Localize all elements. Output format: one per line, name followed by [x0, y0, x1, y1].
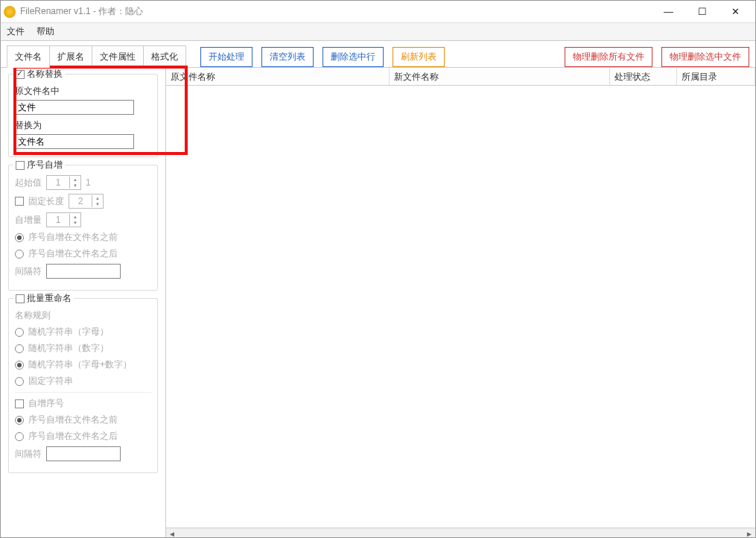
main-panel: 原文件名称 新文件名称 处理状态 所属目录 ◄ ► [166, 68, 755, 538]
radio-batch-before[interactable] [15, 416, 24, 425]
group-batch: 批量重命名 名称规则 随机字符串（字母） 随机字符串（数字） 随机字符串（字母+… [8, 298, 158, 473]
menu-help[interactable]: 帮助 [36, 25, 54, 38]
col-folder[interactable]: 所属目录 [677, 68, 755, 85]
radio-rand-alpha[interactable] [15, 328, 24, 337]
minimize-button[interactable]: — [652, 1, 685, 22]
radio-fixed-str[interactable] [15, 377, 24, 386]
label-from: 原文件名中 [15, 85, 151, 98]
label-start: 起始值 [15, 177, 42, 189]
group-replace: 名称替换 原文件名中 替换为 [8, 74, 158, 157]
radio-rand-num[interactable] [15, 344, 24, 353]
delete-all-files-button[interactable]: 物理删除所有文件 [565, 47, 652, 67]
scroll-right-icon[interactable]: ► [743, 530, 755, 538]
legend-sequence: 序号自增 [27, 159, 63, 171]
app-icon [4, 6, 16, 18]
tab-filename[interactable]: 文件名 [7, 45, 50, 68]
delete-selected-files-button[interactable]: 物理删除选中文件 [661, 47, 749, 67]
start-suffix: 1 [86, 177, 91, 188]
label-rule: 名称规则 [15, 309, 151, 322]
scroll-left-icon[interactable]: ◄ [166, 530, 178, 538]
menu-file[interactable]: 文件 [7, 25, 25, 38]
group-sequence: 序号自增 起始值 1▲▼ 1 固定长度 2▲▼ 自增量 1▲▼ 序号自增在文件名… [8, 165, 158, 291]
label-to: 替换为 [15, 119, 151, 132]
col-new[interactable]: 新文件名称 [390, 68, 610, 85]
radio-seq-after[interactable] [15, 250, 24, 259]
spinner-step[interactable]: 1▲▼ [46, 212, 81, 227]
start-button[interactable]: 开始处理 [200, 47, 252, 67]
clear-button[interactable]: 清空列表 [261, 47, 314, 67]
tab-attr[interactable]: 文件属性 [92, 45, 144, 68]
input-seq-sep[interactable] [46, 264, 121, 279]
spinner-start[interactable]: 1▲▼ [46, 175, 81, 190]
col-original[interactable]: 原文件名称 [166, 68, 390, 85]
checkbox-sequence[interactable] [16, 161, 25, 170]
col-status[interactable]: 处理状态 [610, 68, 677, 85]
checkbox-autoseq[interactable] [15, 399, 24, 408]
content: 名称替换 原文件名中 替换为 序号自增 起始值 1▲▼ 1 固定长度 2▲▼ [1, 67, 755, 538]
legend-replace: 名称替换 [27, 68, 63, 80]
table-header: 原文件名称 新文件名称 处理状态 所属目录 [166, 68, 755, 86]
delete-selected-button[interactable]: 删除选中行 [323, 47, 384, 67]
checkbox-replace[interactable] [16, 70, 25, 79]
toolbar: 文件名 扩展名 文件属性 格式化 开始处理 清空列表 删除选中行 刷新列表 物理… [1, 41, 755, 68]
close-button[interactable]: ✕ [719, 1, 752, 22]
legend-batch: 批量重命名 [27, 292, 72, 305]
label-seq-sep: 间隔符 [15, 265, 42, 278]
menubar: 文件 帮助 [1, 23, 755, 41]
table-body [166, 86, 755, 528]
sidebar: 名称替换 原文件名中 替换为 序号自增 起始值 1▲▼ 1 固定长度 2▲▼ [1, 68, 166, 538]
maximize-button[interactable]: ☐ [685, 1, 719, 22]
tabs: 文件名 扩展名 文件属性 格式化 [7, 45, 185, 68]
input-to[interactable] [15, 134, 134, 149]
label-step: 自增量 [15, 214, 42, 227]
refresh-button[interactable]: 刷新列表 [393, 47, 445, 67]
radio-seq-before[interactable] [15, 233, 24, 242]
input-batch-sep[interactable] [46, 446, 121, 461]
checkbox-fixed-length[interactable] [15, 197, 24, 206]
h-scrollbar[interactable]: ◄ ► [166, 528, 755, 538]
spinner-fixed[interactable]: 2▲▼ [69, 194, 104, 209]
tab-format[interactable]: 格式化 [143, 45, 186, 68]
window-title: FileRenamer v1.1 - 作者：隐心 [20, 5, 652, 18]
label-fixed: 固定长度 [28, 195, 64, 208]
radio-rand-mix[interactable] [15, 361, 24, 370]
checkbox-batch[interactable] [16, 294, 25, 303]
tab-ext[interactable]: 扩展名 [49, 45, 92, 68]
label-batch-sep: 间隔符 [15, 448, 42, 461]
radio-batch-after[interactable] [15, 432, 24, 441]
titlebar: FileRenamer v1.1 - 作者：隐心 — ☐ ✕ [1, 1, 755, 23]
input-from[interactable] [15, 100, 134, 115]
